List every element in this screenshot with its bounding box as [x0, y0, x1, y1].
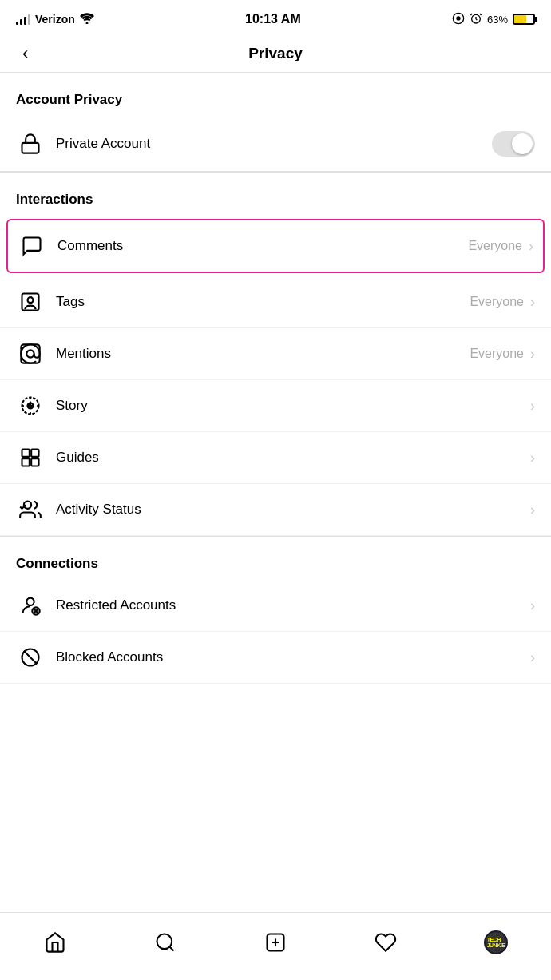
restricted-accounts-chevron: › — [530, 597, 535, 614]
nav-profile[interactable]: TECHJUNKIE — [441, 924, 551, 961]
page-title: Privacy — [248, 45, 303, 62]
nav-home[interactable] — [0, 925, 110, 960]
story-icon — [16, 391, 45, 420]
activity-status-chevron: › — [530, 502, 535, 518]
svg-rect-19 — [31, 450, 38, 457]
alarm-icon — [470, 12, 482, 27]
mentions-chevron: › — [530, 346, 535, 363]
private-account-toggle[interactable] — [492, 131, 535, 157]
status-right: 63% ⚡ — [452, 12, 535, 27]
tags-icon — [16, 288, 45, 316]
svg-point-2 — [457, 17, 460, 20]
svg-line-30 — [169, 946, 173, 950]
private-account-row[interactable]: Private Account — [0, 116, 551, 172]
restricted-accounts-label: Restricted Accounts — [56, 597, 524, 613]
mentions-label: Mentions — [56, 346, 470, 362]
svg-line-28 — [24, 651, 37, 664]
nav-add[interactable] — [220, 925, 331, 960]
svg-rect-18 — [22, 450, 30, 457]
connections-title: Connections — [16, 556, 98, 571]
add-icon — [264, 931, 287, 954]
blocked-accounts-chevron: › — [530, 649, 535, 666]
guides-row[interactable]: Guides › — [0, 432, 551, 484]
guides-label: Guides — [56, 450, 524, 466]
story-label: Story — [56, 398, 524, 414]
home-icon — [44, 931, 66, 954]
connections-section-header: Connections — [0, 537, 551, 580]
blocked-icon — [16, 643, 45, 672]
private-account-label: Private Account — [56, 136, 492, 152]
search-icon — [154, 931, 176, 954]
mentions-row[interactable]: Mentions Everyone › — [0, 328, 551, 380]
toggle-knob — [512, 133, 533, 154]
guides-chevron: › — [530, 450, 535, 466]
account-privacy-title: Account Privacy — [16, 92, 122, 107]
svg-point-8 — [26, 350, 34, 357]
svg-rect-21 — [31, 458, 38, 466]
record-icon — [452, 12, 465, 27]
tags-row[interactable]: Tags Everyone › — [0, 276, 551, 328]
heart-icon — [375, 931, 397, 954]
status-time: 10:13 AM — [245, 12, 301, 26]
comments-icon — [18, 232, 46, 260]
interactions-section-header: Interactions — [0, 173, 551, 216]
status-left: Verizon — [16, 13, 94, 26]
battery-percent: 63% — [487, 14, 508, 26]
mentions-value: Everyone — [470, 347, 524, 361]
activity-status-icon — [16, 495, 45, 524]
story-chevron: › — [530, 398, 535, 415]
tags-value: Everyone — [470, 295, 524, 309]
avatar-inner: TECHJUNKIE — [486, 932, 506, 953]
battery-icon: ⚡ — [513, 14, 535, 25]
comments-chevron: › — [529, 238, 533, 255]
account-privacy-section-header: Account Privacy — [0, 73, 551, 116]
comments-value: Everyone — [468, 239, 522, 253]
story-row[interactable]: Story › — [0, 380, 551, 432]
nav-heart[interactable] — [331, 925, 441, 960]
nav-search[interactable] — [110, 925, 220, 960]
svg-rect-5 — [22, 294, 39, 311]
svg-point-0 — [85, 22, 88, 24]
restricted-accounts-row[interactable]: Restricted Accounts › — [0, 580, 551, 632]
blocked-accounts-label: Blocked Accounts — [56, 649, 524, 665]
svg-point-6 — [28, 297, 34, 303]
status-bar: Verizon 10:13 AM 63% — [0, 0, 551, 35]
comments-label: Comments — [57, 238, 468, 254]
signal-icon — [16, 14, 30, 25]
tags-label: Tags — [56, 294, 470, 310]
mentions-icon — [16, 339, 45, 368]
svg-rect-4 — [22, 142, 39, 153]
blocked-accounts-row[interactable]: Blocked Accounts › — [0, 632, 551, 684]
lock-icon — [16, 129, 45, 158]
svg-rect-20 — [22, 458, 30, 466]
back-button[interactable]: ‹ — [16, 40, 34, 67]
svg-point-29 — [157, 934, 172, 950]
activity-status-label: Activity Status — [56, 502, 524, 518]
carrier-label: Verizon — [35, 13, 75, 26]
svg-point-23 — [26, 598, 34, 605]
guides-icon — [16, 443, 45, 472]
interactions-title: Interactions — [16, 192, 93, 207]
bottom-nav: TECHJUNKIE — [0, 912, 551, 980]
activity-status-row[interactable]: Activity Status › — [0, 484, 551, 536]
page-header: ‹ Privacy — [0, 35, 551, 73]
wifi-icon — [80, 13, 94, 26]
tags-chevron: › — [530, 294, 535, 311]
content-area: Account Privacy Private Account Interact… — [0, 73, 551, 764]
restricted-icon — [16, 591, 45, 620]
comments-row[interactable]: Comments Everyone › — [6, 219, 545, 273]
profile-avatar: TECHJUNKIE — [484, 930, 508, 954]
